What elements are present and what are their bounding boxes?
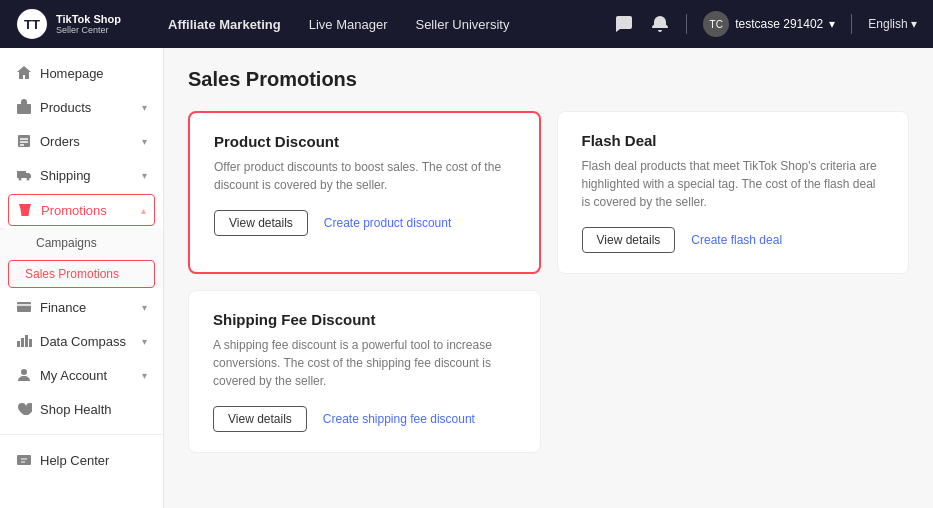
sidebar-item-homepage[interactable]: Homepage xyxy=(0,56,163,90)
shipping-fee-discount-title: Shipping Fee Discount xyxy=(213,311,516,328)
topnav: TT TikTok Shop Seller Center Affiliate M… xyxy=(0,0,933,48)
flash-deal-actions: View details Create flash deal xyxy=(582,227,885,253)
nav-divider2 xyxy=(851,14,852,34)
sidebar-sub-sales-promotions[interactable]: Sales Promotions xyxy=(8,260,155,288)
shipping-fee-discount-desc: A shipping fee discount is a powerful to… xyxy=(213,336,516,390)
sidebar-item-promotions[interactable]: Promotions ▴ xyxy=(8,194,155,226)
orders-chevron-icon: ▾ xyxy=(142,136,147,147)
logo[interactable]: TT TikTok Shop Seller Center xyxy=(16,8,136,40)
data-compass-chevron-icon: ▾ xyxy=(142,336,147,347)
topnav-link-university[interactable]: Seller University xyxy=(415,17,509,32)
svg-rect-8 xyxy=(21,338,24,347)
flash-deal-view-button[interactable]: View details xyxy=(582,227,676,253)
help-center-icon xyxy=(16,452,32,468)
flash-deal-desc: Flash deal products that meet TikTok Sho… xyxy=(582,157,885,211)
user-menu[interactable]: TC testcase 291402 ▾ xyxy=(703,11,835,37)
svg-point-11 xyxy=(21,369,27,375)
product-discount-card: Product Discount Offer product discounts… xyxy=(188,111,541,274)
svg-rect-9 xyxy=(25,335,28,347)
shipping-fee-discount-actions: View details Create shipping fee discoun… xyxy=(213,406,516,432)
svg-rect-2 xyxy=(17,104,31,114)
sidebar-item-data-compass[interactable]: Data Compass ▾ xyxy=(0,324,163,358)
promotions-submenu: Campaigns Sales Promotions xyxy=(0,228,163,288)
svg-rect-10 xyxy=(29,339,32,347)
svg-rect-6 xyxy=(17,302,31,312)
flash-deal-title: Flash Deal xyxy=(582,132,885,149)
sidebar-item-shipping[interactable]: Shipping ▾ xyxy=(0,158,163,192)
product-discount-desc: Offer product discounts to boost sales. … xyxy=(214,158,515,194)
tiktok-logo-icon: TT xyxy=(16,8,48,40)
finance-icon xyxy=(16,299,32,315)
topnav-link-affiliate[interactable]: Affiliate Marketing xyxy=(168,17,281,32)
message-icon[interactable] xyxy=(614,14,634,34)
promotions-icon xyxy=(17,202,33,218)
avatar: TC xyxy=(703,11,729,37)
notification-icon[interactable] xyxy=(650,14,670,34)
cards-grid: Product Discount Offer product discounts… xyxy=(188,111,909,453)
create-product-discount-link[interactable]: Create product discount xyxy=(324,216,451,230)
finance-chevron-icon: ▾ xyxy=(142,302,147,313)
sidebar-item-shop-health[interactable]: Shop Health xyxy=(0,392,163,426)
sidebar-item-help-center[interactable]: Help Center xyxy=(0,443,163,477)
page-title: Sales Promotions xyxy=(188,68,909,91)
topnav-link-live[interactable]: Live Manager xyxy=(309,17,388,32)
username: testcase 291402 xyxy=(735,17,823,31)
topnav-right: TC testcase 291402 ▾ English ▾ xyxy=(614,11,917,37)
shipping-fee-discount-card: Shipping Fee Discount A shipping fee dis… xyxy=(188,290,541,453)
lang-chevron-icon: ▾ xyxy=(911,17,917,31)
layout: Homepage Products ▾ Orders ▾ Shipping ▾ … xyxy=(0,48,933,508)
product-discount-view-button[interactable]: View details xyxy=(214,210,308,236)
nav-divider xyxy=(686,14,687,34)
product-discount-actions: View details Create product discount xyxy=(214,210,515,236)
shop-health-icon xyxy=(16,401,32,417)
data-compass-icon xyxy=(16,333,32,349)
sidebar-sub-campaigns[interactable]: Campaigns xyxy=(0,228,163,258)
create-shipping-fee-discount-link[interactable]: Create shipping fee discount xyxy=(323,412,475,426)
main-content: Sales Promotions Product Discount Offer … xyxy=(164,48,933,508)
account-icon xyxy=(16,367,32,383)
logo-text: TikTok Shop Seller Center xyxy=(56,13,121,35)
promotions-chevron-icon: ▴ xyxy=(141,205,146,216)
sidebar-item-products[interactable]: Products ▾ xyxy=(0,90,163,124)
sidebar-item-my-account[interactable]: My Account ▾ xyxy=(0,358,163,392)
svg-point-5 xyxy=(27,178,30,181)
flash-deal-card: Flash Deal Flash deal products that meet… xyxy=(557,111,910,274)
svg-rect-7 xyxy=(17,341,20,347)
sidebar-item-orders[interactable]: Orders ▾ xyxy=(0,124,163,158)
orders-icon xyxy=(16,133,32,149)
sidebar: Homepage Products ▾ Orders ▾ Shipping ▾ … xyxy=(0,48,164,508)
shipping-chevron-icon: ▾ xyxy=(142,170,147,181)
box-icon xyxy=(16,99,32,115)
shipping-fee-view-button[interactable]: View details xyxy=(213,406,307,432)
create-flash-deal-link[interactable]: Create flash deal xyxy=(691,233,782,247)
product-discount-title: Product Discount xyxy=(214,133,515,150)
svg-rect-12 xyxy=(17,455,31,465)
account-chevron-icon: ▾ xyxy=(142,370,147,381)
user-chevron-icon: ▾ xyxy=(829,17,835,31)
shipping-icon xyxy=(16,167,32,183)
topnav-links: Affiliate Marketing Live Manager Seller … xyxy=(168,17,582,32)
sidebar-item-finance[interactable]: Finance ▾ xyxy=(0,290,163,324)
products-chevron-icon: ▾ xyxy=(142,102,147,113)
svg-text:TT: TT xyxy=(24,17,40,32)
svg-point-4 xyxy=(19,178,22,181)
language-selector[interactable]: English ▾ xyxy=(868,17,917,31)
home-icon xyxy=(16,65,32,81)
sidebar-divider xyxy=(0,434,163,435)
